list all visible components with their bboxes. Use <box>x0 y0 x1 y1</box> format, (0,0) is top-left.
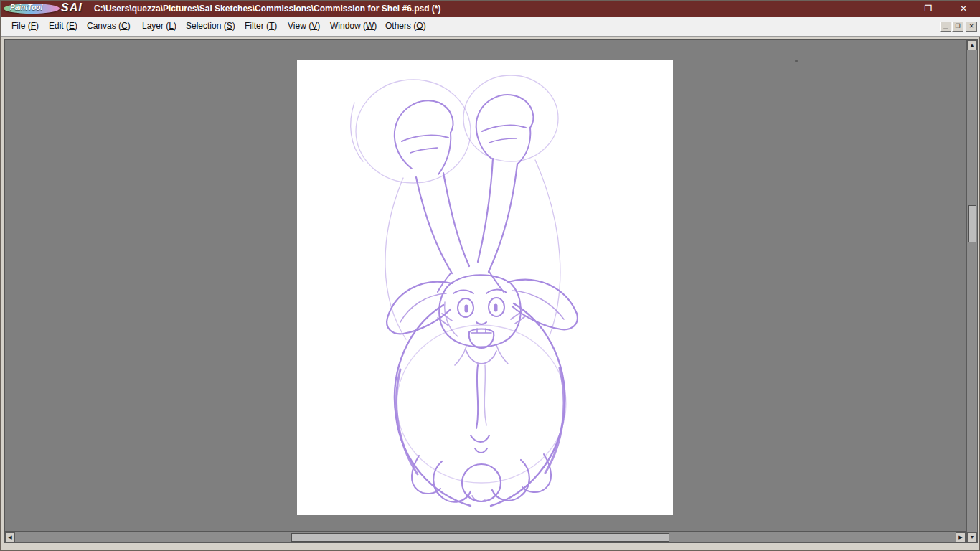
app-logo: PaintTool SAI <box>4 1 93 16</box>
horizontal-scroll-thumb[interactable] <box>291 533 669 542</box>
document-minimize-icon[interactable]: ▁ <box>940 22 951 32</box>
close-icon[interactable]: ✕ <box>952 1 975 17</box>
vertical-scrollbar[interactable]: ▲ ▼ <box>966 39 978 543</box>
menu-window-close: ) <box>374 21 377 31</box>
logo-painttool-text: PaintTool <box>10 4 42 11</box>
maximize-icon[interactable]: ❐ <box>917 1 940 17</box>
menu-edit-close: ) <box>75 21 77 31</box>
menu-filter-label: Filter ( <box>245 21 269 31</box>
menu-others[interactable]: Others (O) <box>382 17 430 36</box>
menu-edit-key: E <box>69 21 75 31</box>
menu-filter[interactable]: Filter (T) <box>241 17 281 36</box>
scroll-down-icon[interactable]: ▼ <box>967 532 977 542</box>
menu-file-close: ) <box>36 21 39 31</box>
menu-view-label: View ( <box>288 21 311 31</box>
menu-selection-close: ) <box>232 21 235 31</box>
logo-sai-text: SAI <box>61 1 83 14</box>
canvas-workspace[interactable] <box>4 39 966 532</box>
menu-canvas[interactable]: Canvas (C) <box>83 17 134 36</box>
menu-window-key: W <box>366 21 374 31</box>
menu-others-close: ) <box>423 21 426 31</box>
menu-edit-label: Edit ( <box>49 21 69 31</box>
menu-file-key: F <box>31 21 36 31</box>
menu-selection[interactable]: Selection (S) <box>182 17 239 36</box>
menu-layer[interactable]: Layer (L) <box>138 17 180 36</box>
scroll-left-icon[interactable]: ◀ <box>5 532 15 542</box>
menu-file[interactable]: File (F) <box>8 17 42 36</box>
vertical-scroll-thumb[interactable] <box>968 205 976 242</box>
document-close-icon[interactable]: ✕ <box>966 22 977 32</box>
cursor-mark <box>795 60 798 62</box>
menu-selection-label: Selection ( <box>186 21 227 31</box>
canvas[interactable] <box>297 60 673 515</box>
menu-layer-close: ) <box>174 21 176 31</box>
sketch-strokes <box>351 75 578 506</box>
scroll-right-icon[interactable]: ▶ <box>956 532 966 542</box>
menu-layer-label: Layer ( <box>142 21 169 31</box>
menu-edit[interactable]: Edit (E) <box>45 17 81 36</box>
menubar: File (F) Edit (E) Canvas (C) Layer (L) S… <box>1 17 980 37</box>
menu-file-label: File ( <box>11 21 31 31</box>
window-title: C:\Users\quezza\Pictures\Sai Sketches\Co… <box>94 4 440 14</box>
menu-view-key: V <box>311 21 317 31</box>
menu-others-label: Others ( <box>385 21 416 31</box>
menu-view[interactable]: View (V) <box>284 17 324 36</box>
painttool-sai-window: PaintTool SAI C:\Users\quezza\Pictures\S… <box>0 0 980 551</box>
menu-canvas-label: Canvas ( <box>87 21 121 31</box>
menu-canvas-key: C <box>121 21 128 31</box>
menu-filter-close: ) <box>274 21 277 31</box>
menu-window[interactable]: Window (W) <box>326 17 380 36</box>
minimize-icon[interactable]: – <box>883 1 906 17</box>
menu-view-close: ) <box>317 21 320 31</box>
sketch-drawing <box>297 60 673 515</box>
horizontal-scrollbar[interactable]: ◀ ▶ <box>4 532 966 543</box>
menu-selection-key: S <box>227 21 232 31</box>
document-restore-icon[interactable]: ❐ <box>952 22 963 32</box>
scroll-up-icon[interactable]: ▲ <box>967 40 977 50</box>
menu-window-label: Window ( <box>330 21 366 31</box>
menu-others-key: O <box>416 21 423 31</box>
titlebar: PaintTool SAI C:\Users\quezza\Pictures\S… <box>1 1 980 17</box>
menu-canvas-close: ) <box>128 21 131 31</box>
